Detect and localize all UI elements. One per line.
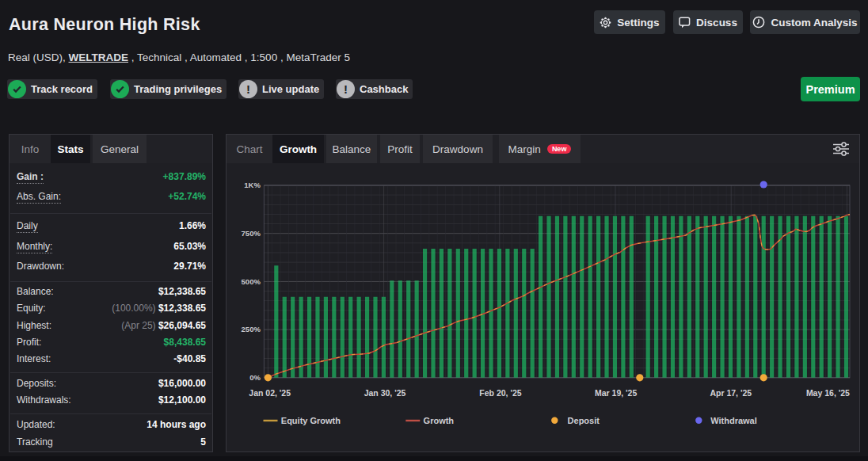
svg-text:Growth: Growth [424, 416, 455, 425]
svg-text:250%: 250% [242, 325, 261, 333]
svg-text:0%: 0% [249, 373, 261, 382]
svg-text:Jan 30, '25: Jan 30, '25 [364, 388, 406, 398]
svg-text:1K%: 1K% [244, 181, 261, 189]
svg-text:Feb 20, '25: Feb 20, '25 [479, 388, 521, 398]
svg-text:Withdrawal: Withdrawal [710, 416, 757, 425]
svg-text:Apr 17, '25: Apr 17, '25 [710, 388, 752, 398]
svg-text:500%: 500% [242, 277, 261, 286]
svg-text:May 16, '25: May 16, '25 [806, 388, 850, 398]
svg-text:Deposit: Deposit [568, 416, 600, 425]
svg-text:Jan 02, '25: Jan 02, '25 [249, 388, 291, 398]
svg-text:Equity Growth: Equity Growth [281, 416, 341, 425]
svg-text:Mar 19, '25: Mar 19, '25 [595, 388, 637, 398]
svg-text:750%: 750% [242, 229, 261, 238]
